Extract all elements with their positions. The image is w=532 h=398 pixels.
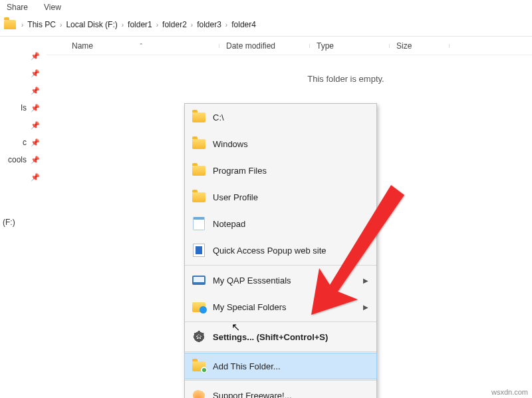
feather-icon <box>192 388 206 398</box>
folder-icon <box>4 20 16 29</box>
nav-sidebar: 📌 📌 📌 ls📌 📌 c📌 cools📌 📌 (F:) <box>0 37 47 396</box>
empty-folder-text: This folder is empty. <box>47 74 532 84</box>
pin-icon: 📌 <box>31 138 40 147</box>
menu-item-program-files[interactable]: Program Files <box>185 157 376 184</box>
context-menu: C:\ Windows Program Files User Profile N… <box>184 103 377 398</box>
sort-asc-icon: ˄ <box>140 43 143 49</box>
breadcrumb-item[interactable]: This PC <box>27 20 56 29</box>
tab-share[interactable]: Share <box>7 3 28 12</box>
folder-icon <box>192 163 206 178</box>
folder-icon <box>192 190 206 204</box>
menu-item-user-profile[interactable]: User Profile <box>185 184 376 210</box>
chevron-right-icon[interactable]: › <box>60 21 62 29</box>
ribbon-tabs: Share View <box>0 0 532 16</box>
breadcrumb-bar[interactable]: › This PC › Local Disk (F:) › folder1 › … <box>0 16 532 37</box>
column-headers: Name˄ Date modified Type Size <box>47 37 532 55</box>
pin-icon: 📌 <box>31 104 40 112</box>
chevron-right-icon[interactable]: › <box>156 21 158 29</box>
sidebar-item[interactable]: ls📌 <box>0 99 44 116</box>
sidebar-item[interactable]: 📌 <box>0 168 44 186</box>
chevron-right-icon[interactable]: › <box>225 21 227 29</box>
menu-item-settings[interactable]: Settings... (Shift+Control+S) <box>185 323 376 350</box>
menu-separator <box>185 265 376 266</box>
breadcrumb-item[interactable]: folder3 <box>197 20 221 29</box>
menu-item-qap-essentials[interactable]: My QAP Esssentials▶ <box>185 267 376 294</box>
column-header-size[interactable]: Size <box>390 41 450 51</box>
menu-item-support-freeware[interactable]: Support Freeware!... <box>185 382 376 398</box>
pin-icon: 📌 <box>31 121 40 130</box>
chevron-right-icon[interactable]: › <box>191 21 193 29</box>
column-header-type[interactable]: Type <box>310 41 390 51</box>
menu-item-windows[interactable]: Windows <box>185 130 376 157</box>
sidebar-item[interactable]: c📌 <box>0 134 44 151</box>
breadcrumb-item[interactable]: folder4 <box>231 20 256 29</box>
menu-separator <box>185 380 376 381</box>
menu-item-qap-website[interactable]: Quick Access Popup web site <box>185 237 376 264</box>
gear-icon <box>192 329 206 344</box>
breadcrumb-item[interactable]: folder1 <box>128 20 152 29</box>
pin-icon: 📌 <box>31 173 40 182</box>
pin-icon: 📌 <box>31 156 40 164</box>
pin-icon: 📌 <box>31 69 40 78</box>
watermark: wsxdn.com <box>489 387 531 397</box>
pin-icon: 📌 <box>31 87 40 95</box>
tab-view[interactable]: View <box>44 3 61 12</box>
submenu-arrow-icon: ▶ <box>363 303 368 311</box>
pin-icon: 📌 <box>31 52 40 61</box>
folder-plus-icon <box>192 359 206 373</box>
sidebar-item[interactable]: 📌 <box>0 116 44 134</box>
column-header-name[interactable]: Name˄ <box>47 41 219 51</box>
sidebar-drive[interactable]: (F:) <box>0 214 44 231</box>
menu-item-special-folders[interactable]: My Special Folders▶ <box>185 294 376 320</box>
menu-item-c-drive[interactable]: C:\ <box>185 104 376 130</box>
breadcrumb-item[interactable]: Local Disk (F:) <box>66 20 117 29</box>
menu-separator <box>185 321 376 322</box>
chevron-right-icon[interactable]: › <box>21 21 23 29</box>
menu-item-notepad[interactable]: Notepad <box>185 210 376 237</box>
column-header-date[interactable]: Date modified <box>219 41 310 51</box>
folder-icon <box>192 136 206 151</box>
monitor-icon <box>192 273 206 288</box>
chevron-right-icon[interactable]: › <box>122 21 124 29</box>
sidebar-item[interactable]: cools📌 <box>0 151 44 168</box>
breadcrumb-item[interactable]: folder2 <box>162 20 187 29</box>
folder-icon <box>192 110 206 124</box>
menu-item-add-this-folder[interactable]: Add This Folder... <box>184 353 377 379</box>
sidebar-item[interactable]: 📌 <box>0 65 44 82</box>
menu-separator <box>185 351 376 352</box>
special-folder-icon <box>192 299 206 314</box>
notepad-icon <box>192 216 206 231</box>
sidebar-item[interactable]: 📌 <box>0 82 44 99</box>
sidebar-item[interactable]: 📌 <box>0 47 44 65</box>
web-icon <box>192 243 206 258</box>
submenu-arrow-icon: ▶ <box>363 277 368 284</box>
